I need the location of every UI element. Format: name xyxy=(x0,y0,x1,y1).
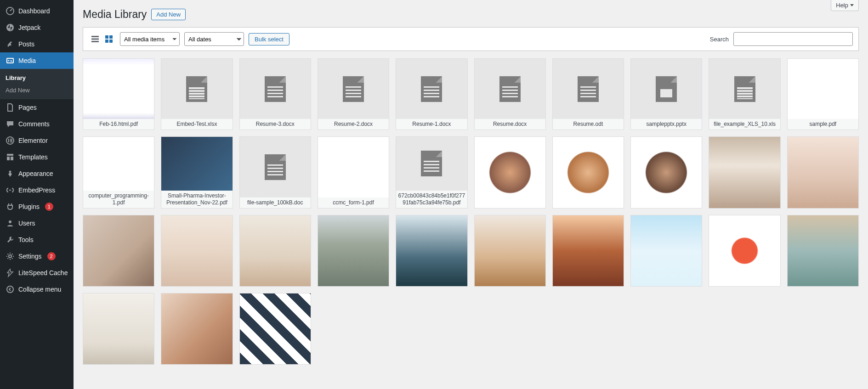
media-item[interactable] xyxy=(630,215,702,287)
sidebar-item-litespeed-cache[interactable]: LiteSpeed Cache xyxy=(0,265,74,281)
main-content: Help Media Library Add New All media ite… xyxy=(74,0,868,389)
media-date-filter[interactable]: All dates xyxy=(184,32,244,46)
media-item[interactable] xyxy=(552,136,624,208)
sidebar-item-elementor[interactable]: Elementor xyxy=(0,132,74,149)
media-filename: Feb-16.html.pdf xyxy=(83,119,154,130)
media-filename: file_example_XLS_10.xls xyxy=(709,119,780,130)
media-item[interactable] xyxy=(709,136,780,208)
media-thumbnail xyxy=(631,137,702,208)
media-filename: Resume.docx xyxy=(475,119,545,130)
media-thumbnail xyxy=(83,215,154,286)
media-filename: 672cb00843c84b5e1f0f27791fab75c3a94fe75b… xyxy=(396,191,467,208)
media-item[interactable] xyxy=(396,215,467,287)
media-thumbnail xyxy=(318,137,389,197)
media-item[interactable] xyxy=(787,215,859,287)
media-item[interactable] xyxy=(787,136,859,208)
svg-rect-17 xyxy=(91,41,99,42)
grid-view-button[interactable] xyxy=(102,33,115,45)
media-item[interactable]: sample.pdf xyxy=(787,58,859,130)
media-item[interactable] xyxy=(161,293,233,365)
media-item[interactable]: ccmc_form-1.pdf xyxy=(318,136,389,208)
media-item[interactable]: Resume.odt xyxy=(552,58,624,130)
settings-icon xyxy=(6,252,15,261)
chevron-down-icon xyxy=(850,4,854,6)
media-thumbnail xyxy=(161,293,232,364)
media-item[interactable] xyxy=(474,136,546,208)
media-item[interactable] xyxy=(239,293,311,365)
sidebar-item-dashboard[interactable]: Dashboard xyxy=(0,3,74,19)
users-icon xyxy=(6,219,15,228)
media-filename: computer_programming-1.pdf xyxy=(83,191,154,208)
media-item[interactable]: Resume-1.docx xyxy=(396,58,467,130)
search-label: Search xyxy=(710,36,729,43)
media-item[interactable] xyxy=(552,215,624,287)
svg-rect-9 xyxy=(7,154,13,156)
sidebar-subitem-add-new[interactable]: Add New xyxy=(0,84,74,96)
doc-icon xyxy=(578,76,599,102)
svg-rect-2 xyxy=(7,58,13,63)
sidebar-item-jetpack[interactable]: Jetpack xyxy=(0,19,74,36)
media-item[interactable] xyxy=(474,215,546,287)
media-item[interactable]: file-sample_100kB.doc xyxy=(239,136,311,208)
sidebar-item-comments[interactable]: Comments xyxy=(0,116,74,132)
list-view-button[interactable] xyxy=(89,33,102,45)
media-thumbnail xyxy=(83,293,154,364)
appearance-icon xyxy=(6,169,15,178)
page-title: Media Library xyxy=(83,8,147,21)
svg-rect-5 xyxy=(8,139,9,142)
media-item[interactable]: 672cb00843c84b5e1f0f27791fab75c3a94fe75b… xyxy=(396,136,467,208)
bulk-select-button[interactable]: Bulk select xyxy=(249,33,289,45)
media-item[interactable]: Resume.docx xyxy=(474,58,546,130)
sidebar-item-appearance[interactable]: Appearance xyxy=(0,165,74,182)
media-thumbnail xyxy=(318,215,389,286)
add-new-button[interactable]: Add New xyxy=(151,9,186,20)
media-thumbnail xyxy=(396,215,467,286)
media-thumbnail xyxy=(240,137,311,197)
media-item[interactable]: samplepptx.pptx xyxy=(630,58,702,130)
search-input[interactable] xyxy=(733,32,853,46)
media-thumbnail xyxy=(475,59,545,119)
media-item[interactable]: computer_programming-1.pdf xyxy=(83,136,154,208)
sidebar-item-templates[interactable]: Templates xyxy=(0,149,74,165)
media-item[interactable]: Feb-16.html.pdf xyxy=(83,58,154,130)
sidebar-item-label: Pages xyxy=(18,104,37,111)
media-item[interactable]: Resume-3.docx xyxy=(239,58,311,130)
media-toolbar: All media items All dates Bulk select Se… xyxy=(83,27,859,51)
media-thumbnail xyxy=(161,59,232,119)
help-tab[interactable]: Help xyxy=(831,0,859,11)
media-item[interactable]: file_example_XLS_10.xls xyxy=(709,58,780,130)
sidebar-item-plugins[interactable]: Plugins1 xyxy=(0,198,74,215)
view-switch xyxy=(89,33,115,45)
sheet-icon xyxy=(186,76,207,102)
sidebar-subitem-library[interactable]: Library xyxy=(0,72,74,84)
tools-icon xyxy=(6,235,15,244)
sidebar-item-posts[interactable]: Posts xyxy=(0,36,74,52)
media-item[interactable]: Resume-2.docx xyxy=(318,58,389,130)
media-item[interactable] xyxy=(239,215,311,287)
sidebar-item-tools[interactable]: Tools xyxy=(0,231,74,248)
doc-icon xyxy=(265,76,286,102)
sidebar-item-settings[interactable]: Settings2 xyxy=(0,248,74,265)
sidebar-item-label: Collapse menu xyxy=(18,286,61,293)
plugins-icon xyxy=(6,202,15,211)
sidebar-item-media[interactable]: Media xyxy=(0,52,74,69)
svg-rect-7 xyxy=(10,140,12,141)
media-type-filter[interactable]: All media items xyxy=(120,32,180,46)
sidebar-item-users[interactable]: Users xyxy=(0,215,74,231)
pdf-icon xyxy=(421,151,442,176)
sidebar-item-embedpress[interactable]: EmbedPress xyxy=(0,182,74,198)
media-item[interactable] xyxy=(161,215,233,287)
sidebar-item-collapse-menu[interactable]: Collapse menu xyxy=(0,281,74,298)
media-item[interactable] xyxy=(709,215,780,287)
sidebar-item-label: Elementor xyxy=(18,137,48,144)
media-item[interactable]: Embed-Test.xlsx xyxy=(161,58,233,130)
sidebar-item-pages[interactable]: Pages xyxy=(0,99,74,116)
media-item[interactable] xyxy=(630,136,702,208)
media-item[interactable]: Small-Pharma-Investor-Presentation_Nov-2… xyxy=(161,136,233,208)
media-thumbnail xyxy=(553,59,624,119)
media-item[interactable] xyxy=(318,215,389,287)
sheet-icon xyxy=(734,76,755,102)
media-item[interactable] xyxy=(83,215,154,287)
media-filename: Small-Pharma-Investor-Presentation_Nov-2… xyxy=(161,191,232,208)
media-item[interactable] xyxy=(83,293,154,365)
